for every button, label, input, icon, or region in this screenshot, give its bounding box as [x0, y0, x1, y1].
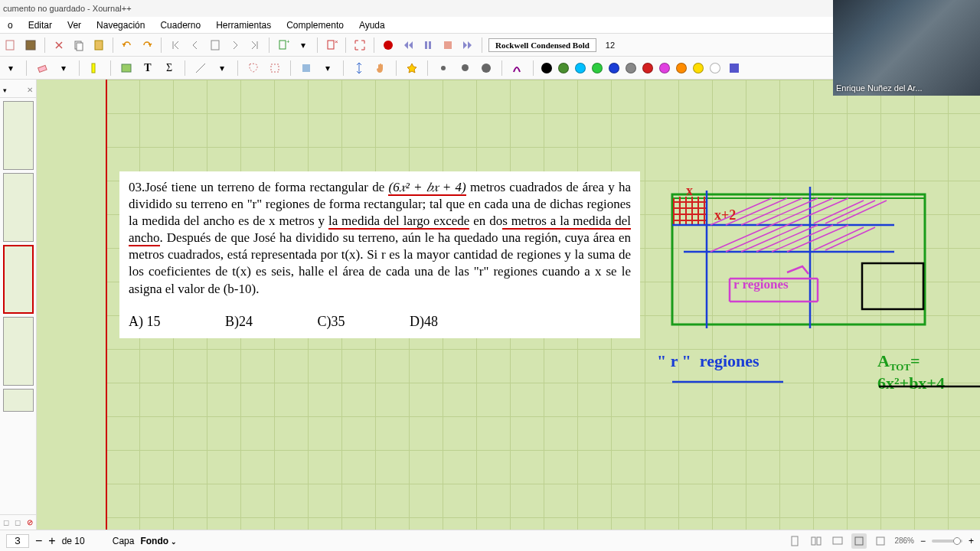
svg-rect-3 — [77, 43, 83, 51]
menu-complemento[interactable]: Complemento — [279, 18, 351, 32]
menu-archivo[interactable]: o — [0, 18, 21, 32]
color-green-dark[interactable] — [558, 63, 569, 73]
stop-button[interactable] — [440, 37, 456, 53]
redo-button[interactable] — [139, 37, 155, 53]
text-tool[interactable]: T — [140, 60, 155, 76]
page-thumbnail-2[interactable] — [3, 173, 34, 242]
font-name-selector[interactable]: Rockwell Condensed Bold — [488, 38, 596, 52]
menu-editar[interactable]: Editar — [21, 18, 60, 32]
stroke-thin[interactable] — [436, 60, 451, 76]
page-total-label: de 10 — [62, 536, 85, 546]
hand-tool[interactable] — [373, 60, 388, 76]
color-magenta[interactable] — [659, 63, 670, 73]
undo-button[interactable] — [119, 37, 135, 53]
zoom-100-button[interactable] — [873, 533, 888, 549]
color-black[interactable] — [541, 63, 552, 73]
prev-page-button[interactable] — [188, 37, 203, 53]
shape-tool[interactable] — [299, 60, 314, 76]
layer-selector[interactable]: Fondo ⌄ — [140, 536, 177, 546]
first-page-button[interactable] — [168, 37, 183, 53]
video-participant-thumbnail[interactable]: Enrique Nuñez del Ar... — [833, 0, 980, 96]
color-gray[interactable] — [626, 63, 636, 73]
menu-ayuda[interactable]: Ayuda — [351, 18, 393, 32]
svg-rect-15 — [122, 64, 131, 72]
next-page-button[interactable] — [227, 37, 243, 53]
page-annotated-button[interactable] — [207, 37, 223, 53]
page-sidebar: ▾ ✕ ◻ ◻ ⊘ — [0, 80, 37, 530]
zoom-slider[interactable] — [932, 540, 962, 543]
menu-ver[interactable]: Ver — [60, 18, 89, 32]
cut-button[interactable] — [51, 37, 67, 53]
canvas-area[interactable]: 03.José tiene un terreno de forma rectan… — [37, 80, 980, 530]
dropdown-shape[interactable]: ▾ — [320, 60, 335, 76]
view-single-button[interactable] — [787, 533, 802, 549]
latex-tool[interactable]: Σ — [162, 60, 177, 76]
color-blue[interactable] — [609, 63, 619, 73]
copy-button[interactable] — [71, 37, 87, 53]
shape-recognizer-tool[interactable] — [404, 60, 420, 76]
delete-page-button[interactable]: × — [324, 37, 339, 53]
last-page-button[interactable] — [247, 37, 263, 53]
color-red[interactable] — [642, 63, 653, 73]
page-thumbnail-1[interactable] — [3, 101, 34, 170]
eraser-tool[interactable] — [34, 60, 50, 76]
svg-rect-14 — [92, 64, 95, 73]
svg-rect-10 — [425, 41, 427, 49]
page-decrement-button[interactable]: − — [35, 534, 42, 548]
color-white[interactable] — [710, 63, 720, 73]
page-number-input[interactable] — [6, 534, 29, 548]
svg-rect-11 — [429, 41, 431, 49]
zoom-fit-button[interactable] — [851, 533, 867, 549]
svg-rect-18 — [302, 64, 310, 72]
view-presentation-button[interactable] — [830, 533, 845, 549]
stroke-thick[interactable] — [479, 60, 494, 76]
new-page-button[interactable]: + — [276, 37, 291, 53]
highlighter-tool[interactable] — [87, 60, 103, 76]
color-cyan[interactable] — [575, 63, 586, 73]
page-thumbnail-5[interactable] — [3, 389, 34, 412]
rewind-button[interactable] — [400, 37, 416, 53]
view-double-button[interactable] — [808, 533, 824, 549]
page-thumbnail-3[interactable] — [3, 245, 34, 314]
dropdown-eraser[interactable]: ▾ — [56, 60, 71, 76]
dropdown-stroke[interactable]: ▾ — [3, 60, 18, 76]
video-participant-name: Enrique Nuñez del Ar... — [836, 83, 923, 93]
svg-rect-1 — [26, 41, 35, 50]
forward-button[interactable] — [460, 37, 475, 53]
pause-button[interactable] — [420, 37, 436, 53]
sidebar-close-button[interactable]: ✕ — [27, 86, 33, 94]
zoom-level-label: 286% — [894, 536, 914, 545]
stroke-medium[interactable] — [457, 60, 472, 76]
menu-navegacion[interactable]: Navegación — [89, 18, 152, 32]
svg-text:+: + — [286, 39, 289, 45]
color-orange[interactable] — [676, 63, 687, 73]
record-button[interactable] — [381, 37, 396, 53]
vertical-space-tool[interactable] — [351, 60, 367, 76]
sidebar-delete-icon[interactable]: ⊘ — [27, 518, 33, 527]
dropdown-ruler[interactable]: ▾ — [214, 60, 230, 76]
color-yellow[interactable] — [693, 63, 704, 73]
zoom-out-button[interactable]: − — [920, 536, 926, 546]
sidebar-move-up-icon[interactable]: ◻ — [3, 518, 9, 527]
svg-rect-4 — [95, 41, 103, 50]
menu-herramientas[interactable]: Herramientas — [208, 18, 279, 32]
dropdown-icon[interactable]: ▾ — [296, 37, 311, 53]
save-button[interactable] — [23, 37, 38, 53]
color-picker[interactable] — [727, 60, 742, 76]
pen-tool[interactable] — [510, 60, 525, 76]
sidebar-dropdown-icon[interactable]: ▾ — [3, 86, 7, 94]
page-increment-button[interactable]: + — [48, 534, 55, 548]
font-size-selector[interactable]: 12 — [601, 39, 619, 51]
zoom-in-button[interactable]: + — [969, 536, 974, 546]
image-tool[interactable] — [119, 60, 134, 76]
fullscreen-button[interactable] — [352, 37, 368, 53]
sidebar-copy-icon[interactable]: ◻ — [15, 518, 21, 527]
new-doc-button[interactable] — [3, 37, 18, 53]
page-thumbnail-4[interactable] — [3, 317, 34, 386]
ruler-tool[interactable] — [193, 60, 208, 76]
menu-cuaderno[interactable]: Cuaderno — [152, 18, 208, 32]
select-rect-tool[interactable] — [267, 60, 283, 76]
color-green[interactable] — [592, 63, 603, 73]
select-region-tool[interactable] — [246, 60, 261, 76]
paste-button[interactable] — [91, 37, 106, 53]
